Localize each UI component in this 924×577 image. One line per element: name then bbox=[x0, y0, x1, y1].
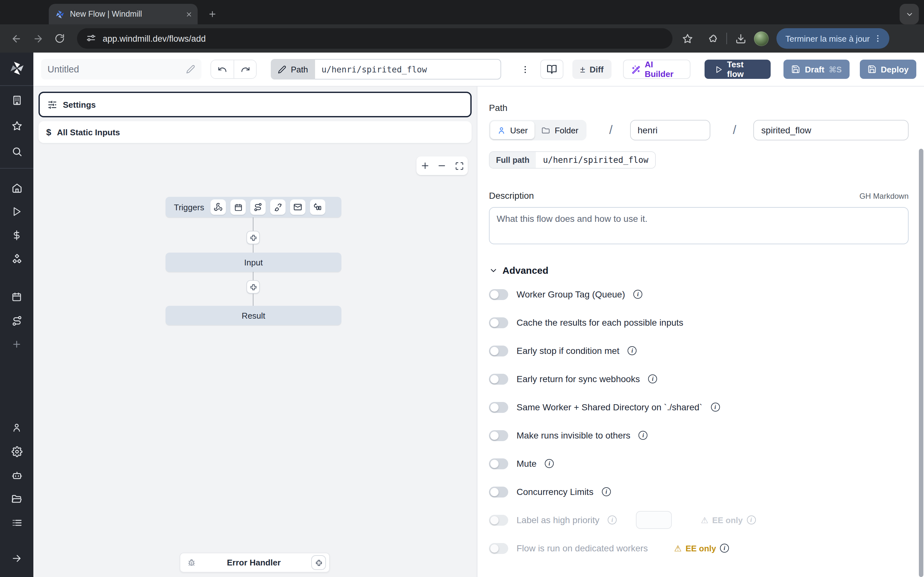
deploy-button[interactable]: Deploy bbox=[859, 60, 916, 79]
sidebar-item-settings[interactable] bbox=[0, 440, 33, 462]
toggle-switch[interactable] bbox=[489, 486, 508, 497]
toggle-switch[interactable] bbox=[489, 345, 508, 356]
info-icon[interactable]: i bbox=[746, 516, 756, 524]
back-button[interactable] bbox=[8, 30, 24, 47]
path-owner-input[interactable]: henri bbox=[630, 120, 710, 140]
http-route-trigger-icon[interactable] bbox=[250, 199, 266, 215]
path-input[interactable]: u/henri/spirited_flow bbox=[315, 59, 501, 79]
page-scrollbar-thumb[interactable] bbox=[919, 149, 923, 577]
sidebar-item-routes[interactable] bbox=[0, 309, 33, 332]
draft-button[interactable]: Draft ⌘S bbox=[784, 60, 850, 79]
input-node[interactable]: Input bbox=[166, 253, 341, 272]
webhook-trigger-icon[interactable] bbox=[210, 199, 226, 215]
chrome-update-button[interactable]: Terminer la mise à jour bbox=[776, 28, 889, 49]
info-icon[interactable]: i bbox=[633, 290, 642, 299]
sidebar-item-workspace[interactable] bbox=[0, 89, 33, 111]
sidebar-item-runs[interactable] bbox=[0, 201, 33, 222]
more-options-kebab-icon[interactable] bbox=[519, 64, 531, 74]
toggle-switch[interactable] bbox=[489, 402, 508, 413]
profile-avatar[interactable] bbox=[754, 31, 769, 46]
priority-input[interactable] bbox=[636, 511, 672, 529]
sidebar-item-schedules[interactable] bbox=[0, 286, 33, 308]
toggle-switch[interactable] bbox=[489, 374, 508, 384]
docs-book-button[interactable] bbox=[540, 60, 564, 79]
websocket-trigger-icon[interactable] bbox=[270, 199, 286, 215]
browser-tab[interactable]: New Flow | Windmill bbox=[49, 4, 198, 24]
download-icon[interactable] bbox=[732, 30, 749, 47]
sidebar-item-add[interactable] bbox=[0, 334, 33, 355]
browser-menu-kebab-icon[interactable] bbox=[870, 34, 885, 43]
advanced-toggles: Worker Group Tag (Queue) i Cache the res… bbox=[489, 288, 909, 554]
toggle-switch[interactable] bbox=[489, 430, 508, 441]
advanced-section-header[interactable]: Advanced bbox=[489, 265, 909, 276]
zoom-out-button[interactable] bbox=[435, 158, 450, 173]
description-textarea[interactable] bbox=[489, 207, 909, 244]
toolbar-separator bbox=[726, 33, 727, 44]
flow-settings-card[interactable]: Settings bbox=[39, 92, 472, 117]
chevron-down-icon bbox=[489, 266, 498, 275]
reload-button[interactable] bbox=[51, 30, 68, 47]
info-icon[interactable]: i bbox=[628, 346, 637, 355]
url-bar[interactable]: app.windmill.dev/flows/add bbox=[77, 28, 672, 49]
schedule-trigger-icon[interactable] bbox=[230, 199, 246, 215]
redo-button[interactable] bbox=[234, 60, 256, 78]
pencil-icon bbox=[278, 65, 286, 73]
sidebar-divider bbox=[0, 85, 33, 86]
toggle-row-invisible-runs: Make runs invisible to others i bbox=[489, 429, 909, 442]
toggle-switch[interactable] bbox=[489, 514, 508, 525]
undo-button[interactable] bbox=[211, 60, 234, 78]
sidebar-item-workers[interactable] bbox=[0, 464, 33, 486]
path-name-input[interactable]: spirited_flow bbox=[754, 120, 909, 140]
test-flow-button[interactable]: Test flow bbox=[704, 60, 771, 79]
forward-button[interactable] bbox=[29, 30, 46, 47]
owner-kind-user[interactable]: User bbox=[490, 121, 535, 139]
new-tab-button[interactable] bbox=[204, 6, 221, 23]
sidebar-item-variables[interactable] bbox=[0, 224, 33, 246]
path-chip: Path bbox=[271, 59, 315, 79]
sidebar-item-home[interactable] bbox=[0, 177, 33, 199]
info-icon[interactable]: i bbox=[602, 487, 611, 496]
error-handler-node[interactable]: Error Handler bbox=[180, 553, 330, 572]
toggle-switch[interactable] bbox=[489, 289, 508, 300]
poll-trigger-icon[interactable] bbox=[310, 199, 325, 215]
email-trigger-icon[interactable] bbox=[290, 199, 305, 215]
info-icon[interactable]: i bbox=[639, 431, 648, 440]
info-icon[interactable]: i bbox=[711, 403, 720, 412]
owner-kind-folder[interactable]: Folder bbox=[535, 121, 586, 139]
sidebar-item-logs[interactable] bbox=[0, 512, 33, 533]
toggle-switch[interactable] bbox=[489, 543, 508, 554]
add-step-button[interactable] bbox=[246, 231, 260, 244]
bookmark-star-icon[interactable] bbox=[679, 30, 696, 47]
triggers-node[interactable]: Triggers bbox=[166, 197, 341, 218]
edit-pencil-icon[interactable] bbox=[186, 65, 195, 74]
sidebar-item-search[interactable] bbox=[0, 140, 33, 162]
sidebar-item-resources[interactable] bbox=[0, 248, 33, 270]
browser-tab-strip: New Flow | Windmill bbox=[0, 0, 924, 24]
sidebar-item-users[interactable] bbox=[0, 417, 33, 438]
extensions-puzzle-icon[interactable] bbox=[704, 30, 721, 47]
ai-builder-button[interactable]: AI Builder bbox=[623, 60, 690, 79]
info-icon[interactable]: i bbox=[720, 544, 729, 553]
diff-button[interactable]: ± Diff bbox=[572, 60, 611, 79]
add-error-handler-button[interactable] bbox=[311, 555, 326, 570]
zoom-in-button[interactable] bbox=[417, 158, 433, 173]
fullscreen-button[interactable] bbox=[451, 158, 467, 173]
flow-name-input[interactable]: Untitled bbox=[41, 59, 202, 79]
info-icon[interactable]: i bbox=[545, 459, 554, 468]
info-icon[interactable]: i bbox=[648, 374, 657, 384]
tab-close-icon[interactable] bbox=[186, 11, 192, 18]
info-icon[interactable]: i bbox=[607, 516, 617, 524]
all-static-inputs-card[interactable]: $ All Static Inputs bbox=[39, 121, 472, 143]
owner-kind-segmented: User Folder bbox=[489, 120, 587, 140]
add-step-button[interactable] bbox=[246, 280, 260, 293]
sidebar-item-favorites[interactable] bbox=[0, 115, 33, 137]
tab-search-chevron-icon[interactable] bbox=[900, 4, 919, 24]
site-settings-icon[interactable] bbox=[86, 33, 96, 44]
toggle-switch[interactable] bbox=[489, 317, 508, 328]
toggle-switch[interactable] bbox=[489, 458, 508, 469]
windmill-logo[interactable] bbox=[0, 54, 33, 82]
settings-label: Settings bbox=[63, 100, 96, 109]
sidebar-expand-arrow-icon[interactable] bbox=[0, 548, 33, 569]
sidebar-item-folders[interactable] bbox=[0, 488, 33, 510]
result-node[interactable]: Result bbox=[166, 306, 341, 325]
